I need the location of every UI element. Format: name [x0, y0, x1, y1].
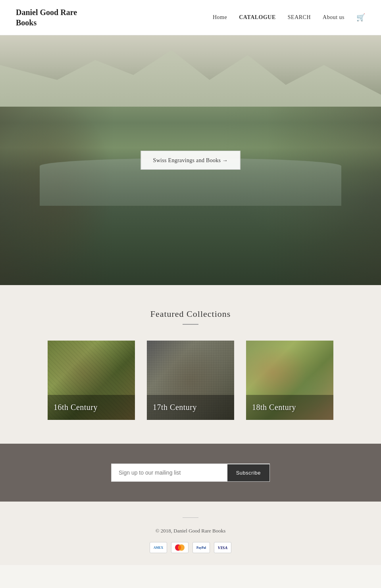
footer-copyright: © 2018, Daniel Good Rare Books — [16, 528, 365, 534]
hero-cta-label: Swiss Engravings and Books → — [153, 157, 228, 163]
mailing-input[interactable] — [112, 464, 227, 481]
hero-section: Swiss Engravings and Books → — [0, 35, 381, 285]
payment-amex-icon: AMEX — [150, 542, 167, 553]
nav-about[interactable]: About us — [323, 14, 344, 21]
featured-collections-section: Featured Collections 16th Century 17th C… — [0, 285, 381, 444]
nav-search[interactable]: SEARCH — [288, 14, 311, 21]
footer-divider — [183, 517, 198, 518]
main-nav: Home CATALOGUE SEARCH About us 🛒 — [213, 13, 365, 22]
payment-paypal-icon: PayPal — [192, 542, 210, 553]
collection-label-17th: 17th Century — [153, 403, 197, 412]
collection-card-18th[interactable]: 18th Century — [246, 341, 333, 420]
collection-card-16th[interactable]: 16th Century — [48, 341, 135, 420]
site-title[interactable]: Daniel Good Rare Books — [16, 7, 95, 28]
featured-title: Featured Collections — [16, 309, 365, 319]
site-header: Daniel Good Rare Books Home CATALOGUE SE… — [0, 0, 381, 35]
collection-overlay-16th: 16th Century — [48, 395, 135, 420]
site-footer: © 2018, Daniel Good Rare Books AMEX PayP… — [0, 502, 381, 565]
payment-mastercard-icon — [171, 542, 189, 553]
subscribe-button[interactable]: Subscribe — [227, 464, 269, 481]
nav-home[interactable]: Home — [213, 14, 227, 21]
payment-visa-icon: VISA — [214, 542, 231, 553]
mailing-form: Subscribe — [111, 464, 270, 482]
collection-label-16th: 16th Century — [54, 403, 98, 412]
featured-divider — [183, 324, 198, 325]
nav-catalogue[interactable]: CATALOGUE — [239, 14, 276, 21]
cart-icon[interactable]: 🛒 — [356, 13, 365, 22]
mailing-section: Subscribe — [0, 444, 381, 502]
hero-cta-button[interactable]: Swiss Engravings and Books → — [141, 151, 241, 170]
payment-icons: AMEX PayPal VISA — [16, 542, 365, 553]
collection-overlay-17th: 17th Century — [147, 395, 234, 420]
collection-label-18th: 18th Century — [252, 403, 296, 412]
collections-grid: 16th Century 17th Century 18th Century — [16, 341, 365, 420]
collection-overlay-18th: 18th Century — [246, 395, 333, 420]
collection-card-17th[interactable]: 17th Century — [147, 341, 234, 420]
